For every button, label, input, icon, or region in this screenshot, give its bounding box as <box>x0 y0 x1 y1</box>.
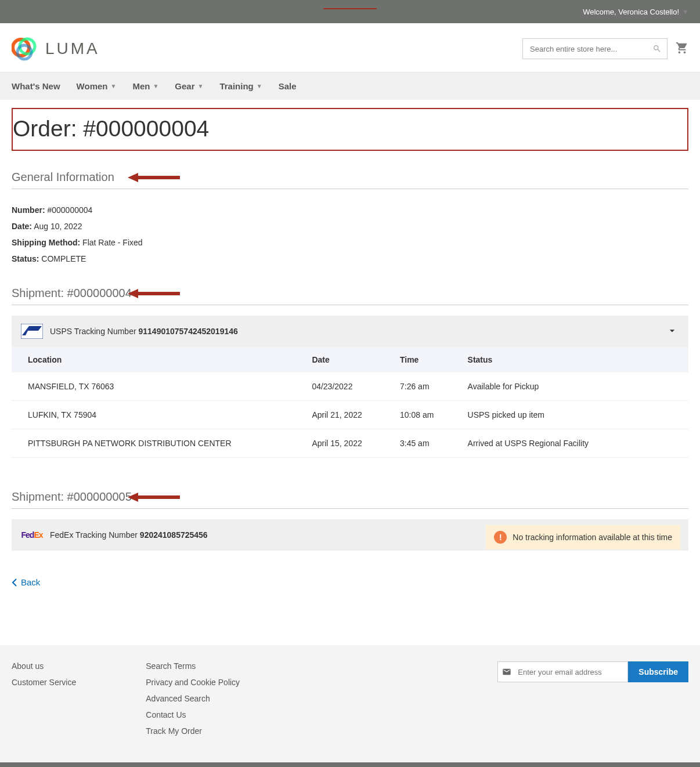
chevron-down-icon: ▼ <box>198 83 204 89</box>
table-row: PITTSBURGH PA NETWORK DISTRIBUTION CENTE… <box>12 429 688 458</box>
back-link[interactable]: Back <box>12 577 688 587</box>
nav-gear[interactable]: Gear▼ <box>175 81 203 91</box>
page-title: Order: #000000004 <box>13 116 687 142</box>
footer: About us Customer Service Search Terms P… <box>0 645 700 762</box>
logo[interactable]: LUMA <box>12 36 100 61</box>
svg-marker-3 <box>128 173 180 182</box>
search-icon <box>652 44 662 53</box>
copyright: Copyright © 2022-present Magento, Inc. A… <box>0 762 700 767</box>
nav-training[interactable]: Training▼ <box>219 81 262 91</box>
nav-women[interactable]: Women▼ <box>77 81 117 91</box>
tracking-table: Location Date Time Status MANSFIELD, TX … <box>12 347 688 458</box>
chevron-down-icon: ▼ <box>683 9 688 15</box>
main-content: Order: #000000004 General Information Nu… <box>0 100 700 610</box>
search-box <box>522 38 667 59</box>
top-bar: Welcome, Veronica Costello! ▼ <box>0 0 700 23</box>
footer-newsletter: Subscribe <box>497 661 688 743</box>
footer-col-1: About us Customer Service <box>12 661 76 743</box>
shipment2-box: FedEx FedEx Tracking Number 920241085725… <box>12 519 688 551</box>
annotation-arrow-icon <box>128 491 180 503</box>
usps-logo-icon <box>21 324 43 339</box>
footer-customer-service[interactable]: Customer Service <box>12 678 76 687</box>
footer-privacy[interactable]: Privacy and Cookie Policy <box>146 678 240 687</box>
info-date: Date: Aug 10, 2022 <box>12 218 688 234</box>
footer-search-terms[interactable]: Search Terms <box>146 661 240 671</box>
tracking-label: FedEx Tracking Number 920241085725456 <box>50 530 208 540</box>
col-status: Status <box>459 347 688 372</box>
tracking-label: USPS Tracking Number 9114901075742452019… <box>50 327 238 336</box>
general-info-heading: General Information <box>12 171 688 189</box>
welcome-text: Welcome, Veronica Costello! <box>583 8 679 16</box>
table-row: MANSFIELD, TX 76063 04/23/2022 7:26 am A… <box>12 372 688 401</box>
shipment1-box: USPS Tracking Number 9114901075742452019… <box>12 316 688 458</box>
cart-icon <box>676 42 688 55</box>
mail-icon <box>502 667 511 676</box>
table-row: LUFKIN, TX 75904 April 21, 2022 10:08 am… <box>12 401 688 429</box>
fedex-logo-icon: FedEx <box>21 527 43 542</box>
info-number: Number: #000000004 <box>12 202 688 218</box>
footer-track-order[interactable]: Track My Order <box>146 726 240 736</box>
annotation-arrow-icon <box>128 288 180 299</box>
header: LUMA <box>0 23 700 72</box>
logo-text: LUMA <box>45 39 100 58</box>
welcome-dropdown[interactable]: Welcome, Veronica Costello! ▼ <box>583 8 688 16</box>
page-title-highlight: Order: #000000004 <box>12 108 688 151</box>
svg-marker-6 <box>128 493 180 502</box>
alert-icon: ! <box>494 531 507 544</box>
chevron-down-icon: ▼ <box>153 83 158 89</box>
chevron-left-icon <box>12 578 17 587</box>
nav-sale[interactable]: Sale <box>279 81 297 91</box>
footer-advanced-search[interactable]: Advanced Search <box>146 694 240 703</box>
chevron-down-icon <box>666 325 678 337</box>
luma-logo-icon <box>12 36 37 61</box>
search-input[interactable] <box>522 38 667 59</box>
annotation-arrow-icon <box>128 172 180 183</box>
chevron-down-icon: ▼ <box>257 83 262 89</box>
col-date: Date <box>302 347 391 372</box>
nav-whats-new[interactable]: What's New <box>12 81 60 91</box>
footer-contact[interactable]: Contact Us <box>146 710 240 719</box>
svg-rect-5 <box>21 324 43 339</box>
newsletter-input[interactable] <box>497 661 628 682</box>
col-time: Time <box>391 347 459 372</box>
shipment1-tracking-header[interactable]: USPS Tracking Number 9114901075742452019… <box>12 316 688 347</box>
main-nav: What's New Women▼ Men▼ Gear▼ Training▼ S… <box>0 72 700 100</box>
col-location: Location <box>12 347 302 372</box>
no-tracking-notice: ! No tracking information available at t… <box>486 525 680 549</box>
shipment2-tracking-header[interactable]: FedEx FedEx Tracking Number 920241085725… <box>12 519 688 551</box>
cart-button[interactable] <box>676 42 688 56</box>
subscribe-button[interactable]: Subscribe <box>628 661 688 682</box>
top-bar-accent <box>323 8 377 9</box>
info-shipping: Shipping Method: Flat Rate - Fixed <box>12 234 688 251</box>
footer-about[interactable]: About us <box>12 661 76 671</box>
shipment1-heading: Shipment: #000000004 <box>12 287 688 305</box>
nav-men[interactable]: Men▼ <box>132 81 158 91</box>
chevron-down-icon: ▼ <box>110 83 116 89</box>
general-info-list: Number: #000000004 Date: Aug 10, 2022 Sh… <box>12 202 688 267</box>
info-status: Status: COMPLETE <box>12 251 688 267</box>
footer-col-2: Search Terms Privacy and Cookie Policy A… <box>146 661 240 743</box>
svg-marker-4 <box>128 289 180 298</box>
shipment2-heading: Shipment: #000000005 <box>12 490 688 509</box>
